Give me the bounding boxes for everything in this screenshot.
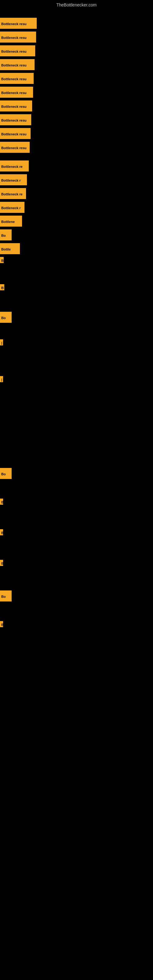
bar-row: B: [0, 560, 3, 566]
bar-label: Bottleneck r: [0, 202, 24, 213]
bar-label: Bottleneck re: [0, 188, 26, 199]
bar-label: Bottleneck resu: [0, 114, 31, 125]
bar-label: Bo: [0, 312, 12, 323]
bar-row: B: [0, 621, 3, 627]
bar-label: Bottleneck resu: [0, 32, 36, 43]
bar-row: Bottleneck re: [0, 188, 26, 199]
bar-row: |: [0, 339, 3, 345]
bar-row: Bottleneck resu: [0, 45, 35, 56]
bar-row: B: [0, 529, 3, 535]
bar-label: Bottleneck resu: [0, 142, 30, 153]
bar-label: Bottleneck resu: [0, 73, 33, 84]
bar-row: Bottleneck r: [0, 202, 24, 213]
bar-label: Bo: [0, 468, 12, 479]
bar-row: Bottleneck resu: [0, 100, 32, 111]
bar-row: B: [0, 284, 4, 290]
bar-label: Bottleneck resu: [0, 87, 33, 98]
bar-label: Bottleneck resu: [0, 128, 30, 139]
bar-row: Bottleneck resu: [0, 114, 31, 125]
bar-label: B: [0, 499, 3, 505]
bar-row: Bottleneck re: [0, 161, 29, 172]
bar-label: |: [0, 376, 3, 382]
bar-label: B: [0, 284, 4, 290]
bar-row: Bottleneck resu: [0, 128, 30, 139]
bar-label: Bottle: [0, 243, 20, 254]
bar-row: Bo: [0, 468, 12, 479]
bar-row: Bottleneck resu: [0, 18, 37, 29]
site-title: TheBottlenecker.com: [0, 0, 153, 9]
bar-label: B: [0, 621, 3, 627]
bar-row: Bo: [0, 312, 12, 323]
bar-label: B: [0, 529, 3, 535]
bar-label: Bo: [0, 590, 12, 601]
bar-row: |: [0, 376, 3, 382]
bar-label: Bottleneck resu: [0, 45, 35, 56]
bar-row: Bottleneck resu: [0, 73, 33, 84]
bar-label: B: [0, 560, 3, 566]
bar-label: Bo: [0, 229, 12, 240]
bar-row: Bottleneck resu: [0, 32, 36, 43]
bar-row: Bottleneck resu: [0, 87, 33, 98]
bar-row: Bo: [0, 590, 12, 601]
bar-label: Bottleneck resu: [0, 18, 37, 29]
bar-row: B: [0, 499, 3, 505]
bar-row: Bottleneck resu: [0, 142, 30, 153]
bar-row: Bottle: [0, 243, 20, 254]
bar-label: Bottleneck resu: [0, 100, 32, 111]
bar-label: B: [0, 257, 4, 263]
bar-row: Bottleneck r: [0, 174, 27, 185]
bar-row: B: [0, 257, 4, 263]
bar-row: Bo: [0, 229, 12, 240]
bar-label: Bottlene: [0, 216, 22, 227]
bar-row: Bottleneck resu: [0, 59, 35, 70]
bar-label: Bottleneck r: [0, 174, 27, 185]
bar-row: Bottlene: [0, 216, 22, 227]
bar-label: Bottleneck re: [0, 161, 29, 172]
bar-label: |: [0, 339, 3, 345]
bar-label: Bottleneck resu: [0, 59, 35, 70]
